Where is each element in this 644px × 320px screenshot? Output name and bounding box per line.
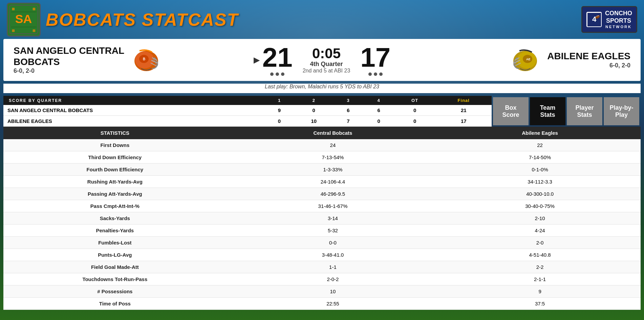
stat-name: Passing Att-Yards-Avg xyxy=(3,188,227,200)
away-q1: 0 xyxy=(264,116,295,127)
home-score-block: 21 xyxy=(262,44,293,76)
stat-away-val: 2-1-1 xyxy=(439,273,641,285)
game-clock: 0:05 xyxy=(303,46,350,61)
stat-home-val: 3-48-41.0 xyxy=(227,249,439,261)
away-team-record: 6-0, 2-0 xyxy=(547,62,630,69)
home-score: 21 xyxy=(262,44,293,71)
stat-home-val: 24-106-4.4 xyxy=(227,176,439,188)
stat-home-val: 1-1 xyxy=(227,261,439,273)
away-row-team: ABILENE EAGLES xyxy=(3,116,264,127)
away-final: 17 xyxy=(436,116,492,127)
away-team-text: ABILENE EAGLES 6-0, 2-0 xyxy=(547,51,630,69)
stats-col-away: Abilene Eagles xyxy=(439,127,641,139)
dot2 xyxy=(276,72,279,76)
stat-away-val: 9 xyxy=(439,285,641,298)
stat-name: Rushing Att-Yards-Avg xyxy=(3,176,227,188)
stats-row: First Downs 24 22 xyxy=(3,139,641,151)
stat-away-val: 34-112-3.3 xyxy=(439,176,641,188)
stat-home-val: 2-0-2 xyxy=(227,273,439,285)
logo-left: SA ⊞ ⊞ ⊞ ⊞ BOBCATS STATCAST xyxy=(7,3,238,37)
away-score: 17 xyxy=(360,44,390,71)
home-score-row: SAN ANGELO CENTRAL BOBCATS 9 0 6 6 0 21 xyxy=(3,105,492,116)
col-q1: 1 xyxy=(264,96,295,105)
svg-text:⊞: ⊞ xyxy=(33,29,35,33)
svg-text:⊞: ⊞ xyxy=(12,29,15,33)
stats-row: Time of Poss 22:55 37:5 xyxy=(3,298,641,310)
stat-away-val: 22 xyxy=(439,139,641,151)
concho-logo: 4 CONCHO SPORTS NETWORK xyxy=(581,6,637,33)
stat-away-val: 0-1-0% xyxy=(439,164,641,176)
stat-name: Third Down Efficiency xyxy=(3,151,227,164)
stat-name: Pass Cmpt-Att-Int-% xyxy=(3,200,227,212)
stat-name: First Downs xyxy=(3,139,227,151)
home-q4: 6 xyxy=(364,105,394,116)
home-team-info: SAN ANGELO CENTRAL BOBCATS 6-0, 2-0 xyxy=(14,45,254,75)
stat-name: Punts-LG-Avg xyxy=(3,249,227,261)
stat-away-val: 40-300-10.0 xyxy=(439,188,641,200)
stats-section: STATISTICS Central Bobcats Abilene Eagle… xyxy=(3,127,641,310)
stat-home-val: 46-296-9.5 xyxy=(227,188,439,200)
away-team-name: ABILENE EAGLES xyxy=(547,51,630,62)
scoreboard: SAN ANGELO CENTRAL BOBCATS 6-0, 2-0 xyxy=(3,39,641,81)
dot5 xyxy=(374,72,377,76)
stats-row: Punts-LG-Avg 3-48-41.0 4-51-40.8 xyxy=(3,249,641,261)
dot6 xyxy=(379,72,383,76)
concho-network: NETWORK xyxy=(605,25,632,29)
stats-col-stat: STATISTICS xyxy=(3,127,227,139)
brand-title: BOBCATS STATCAST xyxy=(46,9,238,30)
svg-text:4: 4 xyxy=(592,15,596,23)
svg-text:⊞: ⊞ xyxy=(33,7,35,11)
home-score-dots xyxy=(262,72,293,76)
away-score-block: 17 xyxy=(360,44,390,76)
away-q2: 10 xyxy=(295,116,333,127)
stat-name: Penalties-Yards xyxy=(3,225,227,237)
dot4 xyxy=(368,72,372,76)
stat-name: # Possessions xyxy=(3,285,227,298)
home-team-name: SAN ANGELO CENTRAL BOBCATS xyxy=(14,45,124,67)
stat-home-val: 1-3-33% xyxy=(227,164,439,176)
away-helmet: AE xyxy=(510,45,540,75)
home-final: 21 xyxy=(436,105,492,116)
stat-away-val: 2-0 xyxy=(439,237,641,249)
away-q4: 0 xyxy=(364,116,394,127)
stat-name: Fumbles-Lost xyxy=(3,237,227,249)
tab-team-stats[interactable]: Team Stats xyxy=(530,97,565,125)
away-q3: 7 xyxy=(333,116,363,127)
game-situation: 2nd and 5 at ABI 23 xyxy=(303,68,350,74)
svg-text:AE: AE xyxy=(526,58,531,61)
score-by-quarter: SCORE BY QUARTER 1 2 3 4 OT Final SAN AN… xyxy=(3,96,492,127)
concho-line2: SPORTS xyxy=(606,17,631,24)
away-ot: 0 xyxy=(394,116,436,127)
possession-arrow: ▶ xyxy=(254,55,260,65)
dot3 xyxy=(281,72,284,76)
stat-home-val: 7-13-54% xyxy=(227,151,439,164)
stats-row: Passing Att-Yards-Avg 46-296-9.5 40-300-… xyxy=(3,188,641,200)
dot1 xyxy=(270,72,274,76)
stat-name: Time of Poss xyxy=(3,298,227,310)
tab-play-by-play[interactable]: Play-by-Play xyxy=(604,97,639,125)
tab-box-score[interactable]: Box Score xyxy=(493,97,529,125)
stat-away-val: 4-51-40.8 xyxy=(439,249,641,261)
home-score-area: ▶ 21 xyxy=(254,44,293,76)
home-helmet: B xyxy=(131,45,162,75)
tab-player-stats[interactable]: Player Stats xyxy=(567,97,602,125)
concho-icon: 4 xyxy=(586,12,602,27)
away-team-info: AE ABILENE EAGLES 6-0, 2-0 xyxy=(390,45,630,75)
stat-name: Sacks-Yards xyxy=(3,212,227,225)
stats-row: Third Down Efficiency 7-13-54% 7-14-50% xyxy=(3,151,641,164)
svg-text:⊞: ⊞ xyxy=(12,7,15,11)
home-team-record: 6-0, 2-0 xyxy=(14,67,124,74)
stat-home-val: 10 xyxy=(227,285,439,298)
col-final: Final xyxy=(436,96,492,105)
stats-row: Rushing Att-Yards-Avg 24-106-4.4 34-112-… xyxy=(3,176,641,188)
svg-text:B: B xyxy=(143,57,145,61)
stat-home-val: 31-46-1-67% xyxy=(227,200,439,212)
stats-row: Pass Cmpt-Att-Int-% 31-46-1-67% 30-40-0-… xyxy=(3,200,641,212)
concho-line1: CONCHO xyxy=(605,10,632,17)
stat-home-val: 3-14 xyxy=(227,212,439,225)
stat-away-val: 7-14-50% xyxy=(439,151,641,164)
stat-away-val: 4-24 xyxy=(439,225,641,237)
stats-row: Touchdowns Tot-Run-Pass 2-0-2 2-1-1 xyxy=(3,273,641,285)
bottom-section: SCORE BY QUARTER 1 2 3 4 OT Final SAN AN… xyxy=(3,96,641,127)
away-score-dots xyxy=(360,72,390,76)
